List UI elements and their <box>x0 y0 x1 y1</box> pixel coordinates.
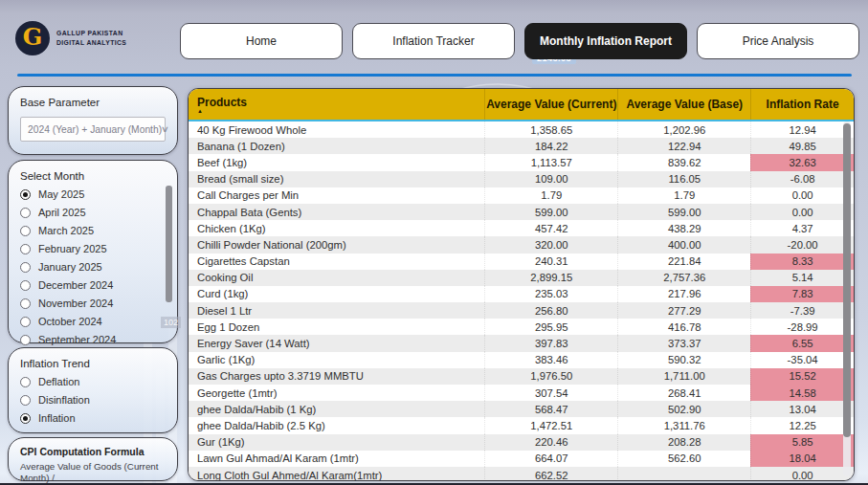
cell-product: 40 Kg Firewood Whole <box>189 121 484 138</box>
cell-avg-base: 1.79 <box>617 187 750 204</box>
cell-avg-base: 277.29 <box>617 302 750 319</box>
cell-inflation-rate: 49.85 <box>750 138 854 154</box>
table-row[interactable]: 40 Kg Firewood Whole1,358.651,202.9612.9… <box>189 121 854 138</box>
radio-label: February 2025 <box>38 243 107 254</box>
cell-avg-base: 590.32 <box>617 352 750 368</box>
trend-option-inflation[interactable]: Inflation <box>20 412 166 424</box>
cell-inflation-rate: 0.00 <box>750 204 854 220</box>
inflation-trend-title: Inflation Trend <box>20 358 166 369</box>
nav-tab-home[interactable]: Home <box>180 23 343 59</box>
table-body: 40 Kg Firewood Whole1,358.651,202.9612.9… <box>189 121 854 481</box>
cell-product: Curd (1kg) <box>189 286 484 302</box>
radio-icon[interactable] <box>20 208 31 218</box>
radio-icon[interactable] <box>20 244 31 254</box>
table-row[interactable]: Chicken (1Kg)457.42438.294.37 <box>189 220 854 236</box>
base-parameter-panel: Base Parameter 2024 (Year) + January (Mo… <box>8 86 178 155</box>
cell-product: Chappal Bata (Gents) <box>189 204 484 220</box>
cell-product: Cigarettes Capstan <box>189 254 484 270</box>
month-option-february-2025[interactable]: February 2025 <box>20 243 166 254</box>
cell-product: Chilli Powder National (200gm) <box>189 236 484 253</box>
cell-inflation-rate: 8.33 <box>750 254 854 270</box>
cell-product: Egg 1 Dozen <box>189 319 484 335</box>
gallup-logo-icon: G <box>15 21 50 55</box>
cell-avg-current: 184.22 <box>484 138 617 154</box>
radio-icon[interactable] <box>20 335 31 345</box>
table-scrollbar[interactable] <box>843 123 851 437</box>
table-row[interactable]: Georgette (1mtr)307.54268.4114.58 <box>189 385 854 401</box>
nav-tab-monthly-inflation-report[interactable]: Monthly Inflation Report <box>524 23 687 59</box>
table-row[interactable]: Cigarettes Capstan240.31221.848.33 <box>189 254 854 270</box>
month-option-november-2024[interactable]: November 2024 <box>20 298 166 309</box>
radio-icon[interactable] <box>20 413 31 424</box>
month-option-january-2025[interactable]: January 2025 <box>20 261 166 273</box>
table-row[interactable]: Banana (1 Dozen)184.22122.9449.85 <box>189 138 854 154</box>
table-row[interactable]: Gas Charges upto 3.3719 MMBTU1,976.501,7… <box>189 368 854 385</box>
cell-inflation-rate: 7.83 <box>750 286 854 302</box>
nav-tab-price-analysis[interactable]: Price Analysis <box>697 23 859 59</box>
nav-tab-inflation-tracker[interactable]: Inflation Tracker <box>352 23 515 59</box>
table-row[interactable]: Chilli Powder National (200gm)320.00400.… <box>189 236 854 253</box>
base-parameter-dropdown[interactable]: 2024 (Year) + January (Month) ∨ <box>20 117 166 142</box>
radio-icon[interactable] <box>20 226 31 236</box>
month-option-september-2024[interactable]: September 2024 <box>20 334 166 345</box>
cell-inflation-rate: 5.85 <box>750 434 854 451</box>
cell-avg-current: 568.47 <box>484 401 617 417</box>
cell-avg-base: 839.62 <box>617 154 750 170</box>
table-row[interactable]: Diesel 1 Ltr256.80277.29-7.39 <box>189 302 854 319</box>
select-month-panel: Select Month May 2025April 2025March 202… <box>8 160 178 343</box>
month-option-may-2025[interactable]: May 2025 <box>20 188 166 200</box>
radio-label: March 2025 <box>38 225 94 236</box>
cell-product: ghee Dalda/Habib (1 Kg) <box>189 401 484 417</box>
radio-icon[interactable] <box>20 298 31 309</box>
radio-icon[interactable] <box>20 395 31 406</box>
column-header-inflation-rate[interactable]: Inflation Rate <box>750 89 854 120</box>
table-row[interactable]: Chappal Bata (Gents)599.00599.000.00 <box>189 204 854 220</box>
cell-avg-base: 438.29 <box>617 220 750 236</box>
month-option-april-2025[interactable]: April 2025 <box>20 207 166 218</box>
table-row[interactable]: Lawn Gul Ahmad/Al Karam (1mtr)664.07562.… <box>189 451 854 467</box>
radio-icon[interactable] <box>20 280 31 291</box>
table-row[interactable]: ghee Dalda/Habib (2.5 Kg)1,472.511,311.7… <box>189 417 854 433</box>
column-header-products[interactable]: Products ▲ <box>189 89 484 120</box>
cell-avg-base: 416.78 <box>617 319 750 335</box>
table-row[interactable]: Cooking Oil2,899.152,757.365.14 <box>189 270 854 286</box>
table-row[interactable]: Long Cloth Gul Ahmed/Al Karam(1mtr)662.5… <box>189 467 854 481</box>
table-row[interactable]: Egg 1 Dozen295.95416.78-28.99 <box>189 319 854 335</box>
column-header-avg-base[interactable]: Average Value (Base) <box>617 89 750 120</box>
table-row[interactable]: ghee Dalda/Habib (1 Kg)568.47502.9013.04 <box>189 401 854 417</box>
base-parameter-title: Base Parameter <box>20 97 166 108</box>
radio-icon[interactable] <box>20 262 31 273</box>
table-row[interactable]: Garlic (1Kg)383.46590.32-35.04 <box>189 352 854 368</box>
month-option-march-2025[interactable]: March 2025 <box>20 225 166 236</box>
table-row[interactable]: Gur (1Kg)220.46208.285.85 <box>189 434 854 451</box>
radio-icon[interactable] <box>20 317 31 327</box>
cell-avg-current: 457.42 <box>484 220 617 236</box>
cell-inflation-rate: -7.39 <box>750 302 854 319</box>
select-month-scrollbar[interactable] <box>166 186 172 302</box>
month-option-december-2024[interactable]: December 2024 <box>20 279 166 291</box>
table-row[interactable]: Energy Saver (14 Watt)397.83373.376.55 <box>189 335 854 351</box>
radio-label: Inflation <box>38 412 76 424</box>
trend-option-deflation[interactable]: Deflation <box>20 376 166 387</box>
table-row[interactable]: Beef (1kg)1,113.57839.6232.63 <box>189 154 854 170</box>
radio-label: April 2025 <box>38 207 86 218</box>
cell-avg-base: 268.41 <box>617 385 750 401</box>
cell-avg-current: 2,899.15 <box>484 270 617 286</box>
radio-icon[interactable] <box>20 189 31 200</box>
table-row[interactable]: Curd (1kg)235.03217.967.83 <box>189 286 854 302</box>
radio-label: May 2025 <box>38 188 84 200</box>
column-header-avg-current[interactable]: Average Value (Current) <box>484 89 617 120</box>
trend-option-disinflation[interactable]: Disinflation <box>20 394 166 406</box>
table-row[interactable]: Bread (small size)109.00116.05-6.08 <box>189 171 854 187</box>
cell-inflation-rate: 5.14 <box>750 270 854 286</box>
month-option-october-2024[interactable]: October 2024 <box>20 316 166 327</box>
radio-icon[interactable] <box>20 377 31 387</box>
table-row[interactable]: Call Charges per Min1.791.790.00 <box>189 187 854 204</box>
cell-avg-current: 1.79 <box>484 187 617 204</box>
cell-avg-base: 122.94 <box>617 138 750 154</box>
cell-avg-current: 1,976.50 <box>484 368 617 385</box>
cell-product: Gas Charges upto 3.3719 MMBTU <box>189 368 484 385</box>
cell-product: Lawn Gul Ahmad/Al Karam (1mtr) <box>189 451 484 467</box>
base-parameter-value: 2024 (Year) + January (Month) <box>28 124 162 135</box>
cell-avg-base: 2,757.36 <box>617 270 750 286</box>
